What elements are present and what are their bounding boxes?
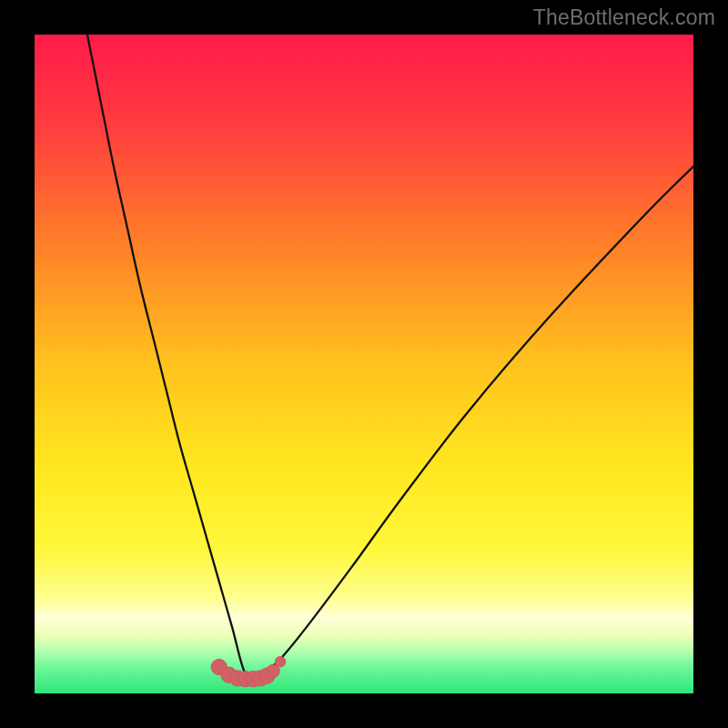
plot-area [35, 35, 693, 693]
trough-markers [211, 656, 286, 686]
watermark-text: TheBottleneck.com [533, 5, 715, 30]
chart-svg [35, 35, 693, 693]
chart-frame: TheBottleneck.com [0, 0, 728, 728]
trough-marker [275, 656, 286, 667]
bottleneck-curve [87, 35, 693, 678]
